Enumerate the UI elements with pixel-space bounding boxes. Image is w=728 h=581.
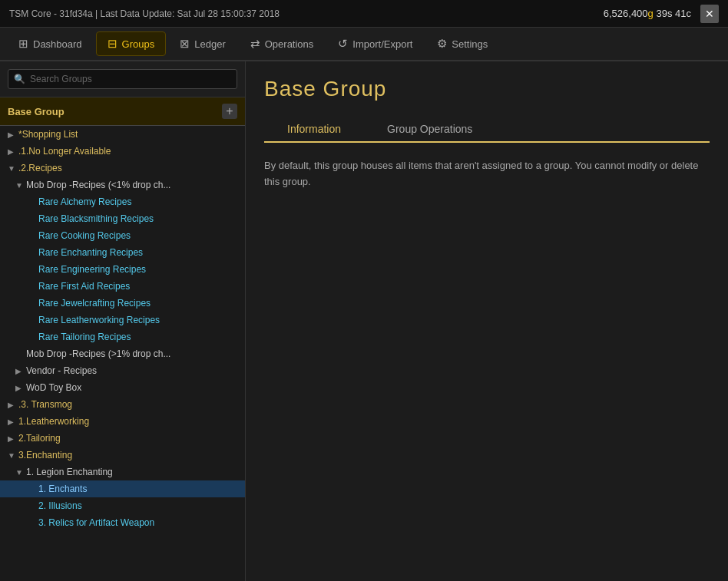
tab-group-operations[interactable]: Group Operations <box>364 117 495 143</box>
nav-label-settings: Settings <box>452 38 488 50</box>
nav-label-import-export: Import/Export <box>352 38 412 50</box>
content-body: By default, this group houses all items … <box>264 158 710 190</box>
tree-arrow-mob-drop-lt1: ▼ <box>15 181 26 190</box>
main-layout: 🔍 Base Group + ▶*Shopping List▶.1.No Lon… <box>0 61 728 581</box>
tree-label-illusions: 2. Illusions <box>38 500 82 511</box>
nav-item-groups[interactable]: ⊟Groups <box>96 31 167 56</box>
tree-root-header[interactable]: Base Group + <box>0 97 245 126</box>
tree-item-rare-cooking[interactable]: Rare Cooking Recipes <box>0 227 245 244</box>
title-bar: TSM Core - 31fd34a | Last Data Update: S… <box>0 0 728 28</box>
nav-item-ledger[interactable]: ⊠Ledger <box>169 32 236 55</box>
tree-label-rare-engineering: Rare Engineering Recipes <box>38 264 146 275</box>
copper-amount: 41c <box>675 8 691 19</box>
tree-item-mob-drop-gt1[interactable]: Mob Drop -Recipes (>1% drop ch... <box>0 345 245 362</box>
search-icon: 🔍 <box>14 74 25 84</box>
tree-arrow-leatherworking: ▶ <box>8 418 18 426</box>
tree-item-shopping-list[interactable]: ▶*Shopping List <box>0 126 245 143</box>
tree-arrow-shopping-list: ▶ <box>8 130 18 139</box>
titlebar-right: 6,526,400g 39s 41c ✕ <box>604 5 719 23</box>
add-group-button[interactable]: + <box>222 104 237 119</box>
tree-label-rare-alchemy: Rare Alchemy Recipes <box>38 196 131 207</box>
tree-label-legion-enchanting: 1. Legion Enchanting <box>26 467 113 477</box>
close-button[interactable]: ✕ <box>700 5 719 23</box>
tree-item-enchants[interactable]: 1. Enchants <box>0 480 245 497</box>
tree-label-transmog: .3. Transmog <box>18 399 72 410</box>
tree-arrow-tailoring: ▶ <box>8 434 18 443</box>
tree-arrow-no-longer-available: ▶ <box>8 147 18 156</box>
tree-item-rare-jewelcrafting[interactable]: Rare Jewelcrafting Recipes <box>0 295 245 312</box>
content-title: Base Group <box>264 77 710 101</box>
tree-label-rare-cooking: Rare Cooking Recipes <box>38 230 131 241</box>
tree-label-rare-enchanting: Rare Enchanting Recipes <box>38 247 143 258</box>
tree-label-recipes: .2.Recipes <box>18 163 62 173</box>
tree-item-rare-blacksmithing[interactable]: Rare Blacksmithing Recipes <box>0 210 245 227</box>
operations-icon: ⇄ <box>250 37 260 51</box>
navbar: ⊞Dashboard⊟Groups⊠Ledger⇄Operations↺Impo… <box>0 28 728 61</box>
gold-unit: g <box>648 8 654 19</box>
silver-amount: 39s <box>656 8 672 19</box>
tree-label-tailoring: 2.Tailoring <box>18 433 61 444</box>
tree-label-rare-first-aid: Rare First Aid Recipes <box>38 281 130 292</box>
tab-bar: InformationGroup Operations <box>264 117 710 143</box>
tree-item-mob-drop-lt1[interactable]: ▼Mob Drop -Recipes (<1% drop ch... <box>0 177 245 193</box>
tree-label-rare-jewelcrafting: Rare Jewelcrafting Recipes <box>38 298 151 309</box>
tree-item-illusions[interactable]: 2. Illusions <box>0 497 245 514</box>
tab-information[interactable]: Information <box>264 117 364 143</box>
content-area: Base Group InformationGroup Operations B… <box>246 61 728 581</box>
tree-label-enchants: 1. Enchants <box>38 484 87 494</box>
tree-item-rare-tailoring[interactable]: Rare Tailoring Recipes <box>0 328 245 345</box>
tree-item-rare-alchemy[interactable]: Rare Alchemy Recipes <box>0 193 245 210</box>
tree-arrow-transmog: ▶ <box>8 401 18 409</box>
tree-item-leatherworking[interactable]: ▶1.Leatherworking <box>0 413 245 430</box>
nav-label-dashboard: Dashboard <box>33 38 82 50</box>
tree-arrow-vendor-recipes: ▶ <box>15 367 26 375</box>
tree-item-recipes[interactable]: ▼.2.Recipes <box>0 160 245 177</box>
nav-label-operations: Operations <box>265 38 314 50</box>
tree-root-label: Base Group <box>8 106 65 117</box>
tree-item-transmog[interactable]: ▶.3. Transmog <box>0 396 245 413</box>
tree-arrow-recipes: ▼ <box>8 164 18 173</box>
tree-arrow-enchanting: ▼ <box>8 451 18 460</box>
nav-label-ledger: Ledger <box>194 38 225 50</box>
nav-item-settings[interactable]: ⚙Settings <box>426 32 498 55</box>
tree-item-tailoring[interactable]: ▶2.Tailoring <box>0 430 245 447</box>
last-update: Last Data Update: Sat Jul 28 15:00:37 20… <box>101 8 280 19</box>
groups-icon: ⊟ <box>108 37 117 51</box>
nav-item-operations[interactable]: ⇄Operations <box>240 32 325 55</box>
tree-container: ▶*Shopping List▶.1.No Longer Available▼.… <box>0 126 245 581</box>
tree-item-relics[interactable]: 3. Relics for Artifact Weapon <box>0 514 245 531</box>
tree-item-rare-first-aid[interactable]: Rare First Aid Recipes <box>0 278 245 295</box>
tree-item-rare-enchanting[interactable]: Rare Enchanting Recipes <box>0 244 245 261</box>
tree-label-no-longer-available: .1.No Longer Available <box>18 146 111 157</box>
tree-label-enchanting: 3.Enchanting <box>18 450 72 461</box>
search-box-wrap: 🔍 <box>0 61 245 97</box>
sidebar: 🔍 Base Group + ▶*Shopping List▶.1.No Lon… <box>0 61 246 581</box>
tree-arrow-wod-toy-box: ▶ <box>15 384 26 392</box>
tree-label-leatherworking: 1.Leatherworking <box>18 416 89 427</box>
tree-item-rare-leatherworking[interactable]: Rare Leatherworking Recipes <box>0 312 245 328</box>
dashboard-icon: ⊞ <box>18 37 28 51</box>
tree-item-vendor-recipes[interactable]: ▶Vendor - Recipes <box>0 362 245 379</box>
tree-label-mob-drop-gt1: Mob Drop -Recipes (>1% drop ch... <box>26 348 170 359</box>
tree-item-wod-toy-box[interactable]: ▶WoD Toy Box <box>0 379 245 396</box>
tree-label-rare-blacksmithing: Rare Blacksmithing Recipes <box>38 213 154 224</box>
tree-item-enchanting[interactable]: ▼3.Enchanting <box>0 447 245 464</box>
gold-amount: 6,526,400 <box>604 8 648 19</box>
settings-icon: ⚙ <box>437 37 447 51</box>
tree-item-rare-engineering[interactable]: Rare Engineering Recipes <box>0 261 245 278</box>
import-export-icon: ↺ <box>338 37 348 51</box>
tree-label-rare-leatherworking: Rare Leatherworking Recipes <box>38 315 160 325</box>
nav-label-groups: Groups <box>122 38 155 50</box>
tree-label-vendor-recipes: Vendor - Recipes <box>26 365 97 376</box>
titlebar-info: TSM Core - 31fd34a | Last Data Update: S… <box>9 8 280 19</box>
tree-label-mob-drop-lt1: Mob Drop -Recipes (<1% drop ch... <box>26 180 170 190</box>
tree-label-wod-toy-box: WoD Toy Box <box>26 382 81 393</box>
tree-label-relics: 3. Relics for Artifact Weapon <box>38 517 154 528</box>
search-input[interactable] <box>8 69 237 89</box>
app-name: TSM Core - 31fd34a <box>9 8 93 19</box>
nav-item-dashboard[interactable]: ⊞Dashboard <box>8 32 93 55</box>
gold-display: 6,526,400g 39s 41c <box>604 8 691 19</box>
tree-item-no-longer-available[interactable]: ▶.1.No Longer Available <box>0 143 245 160</box>
nav-item-import-export[interactable]: ↺Import/Export <box>327 32 423 55</box>
tree-item-legion-enchanting[interactable]: ▼1. Legion Enchanting <box>0 464 245 480</box>
